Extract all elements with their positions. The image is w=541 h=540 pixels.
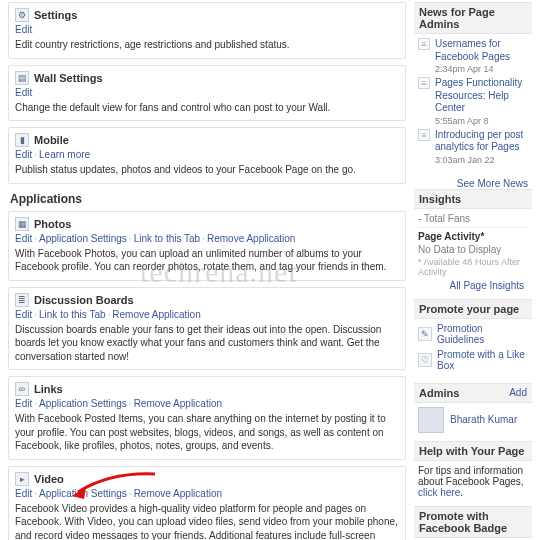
wall-settings-description: Change the default view for fans and con… (15, 101, 399, 115)
promo-likebox-icon: ♡ (418, 353, 432, 367)
discussion-boards-edit-link[interactable]: Edit (15, 309, 32, 320)
promote-heading: Promote your page (414, 299, 532, 319)
separator: · (34, 309, 37, 320)
news-heading: News for Page Admins (414, 2, 532, 34)
separator: · (34, 149, 37, 160)
links-app-settings-link[interactable]: Application Settings (39, 398, 127, 409)
help-text-prefix: For tips and information about Facebook … (418, 465, 524, 487)
add-admin-link[interactable]: Add (509, 387, 527, 398)
separator: · (129, 488, 132, 499)
app-title-links: Links (34, 383, 63, 395)
mobile-icon: ▮ (15, 133, 29, 147)
promo-likebox-link[interactable]: Promote with a Like Box (437, 349, 528, 371)
news-item: ≡Pages Functionality Resources: Help Cen… (418, 77, 528, 126)
discussion-boards-description: Discussion boards enable your fans to ge… (15, 323, 399, 364)
note-icon: ≡ (418, 38, 430, 50)
links-edit-link[interactable]: Edit (15, 398, 32, 409)
photos-app-settings-link[interactable]: Application Settings (39, 233, 127, 244)
photos-icon: ▦ (15, 217, 29, 231)
mobile-learn-more-link[interactable]: Learn more (39, 149, 90, 160)
mobile-edit-link[interactable]: Edit (15, 149, 32, 160)
separator: · (129, 233, 132, 244)
app-title-photos: Photos (34, 218, 71, 230)
settings-title-wall-settings: Wall Settings (34, 72, 103, 84)
separator: · (108, 309, 111, 320)
mobile-description: Publish status updates, photos and video… (15, 163, 399, 177)
news-link-1[interactable]: Pages Functionality Resources: Help Cent… (435, 77, 522, 113)
total-fans-value: - (418, 213, 421, 224)
video-edit-link[interactable]: Edit (15, 488, 32, 499)
separator: · (34, 488, 37, 499)
separator: · (34, 233, 37, 244)
admins-heading-text: Admins (419, 387, 459, 399)
news-time: 5:55am Apr 8 (435, 116, 528, 126)
links-description: With Facebook Posted Items, you can shar… (15, 412, 399, 453)
help-text-suffix: . (460, 487, 463, 498)
photos-description: With Facebook Photos, you can upload an … (15, 247, 399, 274)
total-fans-label: Total Fans (424, 213, 470, 224)
app-box-photos: ▦PhotosEdit·Application Settings·Link to… (8, 211, 406, 281)
avatar (418, 407, 444, 433)
note-icon: ≡ (418, 129, 430, 141)
app-box-links: ∞LinksEdit·Application Settings·Remove A… (8, 376, 406, 460)
links-icon: ∞ (15, 382, 29, 396)
settings-title-mobile: Mobile (34, 134, 69, 146)
photos-link-tab-link[interactable]: Link to this Tab (134, 233, 201, 244)
photos-edit-link[interactable]: Edit (15, 233, 32, 244)
discussion-boards-remove-link[interactable]: Remove Application (112, 309, 200, 320)
news-link-0[interactable]: Usernames for Facebook Pages (435, 38, 510, 62)
news-item: ≡Usernames for Facebook Pages2:34pm Apr … (418, 38, 528, 74)
settings-box-settings: ⚙SettingsEditEdit country restrictions, … (8, 2, 406, 59)
app-title-discussion-boards: Discussion Boards (34, 294, 134, 306)
separator: · (34, 398, 37, 409)
discussion-icon: ≣ (15, 293, 29, 307)
main-column: ⚙SettingsEditEdit country restrictions, … (0, 0, 412, 540)
video-remove-link[interactable]: Remove Application (134, 488, 222, 499)
help-heading: Help with Your Page (414, 441, 532, 461)
separator: · (202, 233, 205, 244)
news-time: 2:34pm Apr 14 (435, 64, 528, 74)
settings-edit-link[interactable]: Edit (15, 24, 32, 35)
wall-settings-edit-link[interactable]: Edit (15, 87, 32, 98)
settings-box-mobile: ▮MobileEdit·Learn morePublish status upd… (8, 127, 406, 184)
all-page-insights-link[interactable]: All Page Insights (450, 280, 525, 291)
news-item: ≡Introducing per post analytics for Page… (418, 129, 528, 165)
insights-footnote: * Available 48 Hours After Activity (418, 257, 528, 277)
applications-heading: Applications (10, 192, 406, 206)
video-description: Facebook Video provides a high-quality v… (15, 502, 399, 541)
news-list: ≡Usernames for Facebook Pages2:34pm Apr … (414, 38, 532, 176)
settings-box-wall-settings: ▤Wall SettingsEditChange the default vie… (8, 65, 406, 122)
admins-heading: Admins Add (414, 383, 532, 403)
badge-heading: Promote with Facebook Badge (414, 506, 532, 538)
wall-icon: ▤ (15, 71, 29, 85)
insights-heading: Insights (414, 189, 532, 209)
promo-guidelines-link[interactable]: Promotion Guidelines (437, 323, 528, 345)
news-time: 3:03am Jan 22 (435, 155, 528, 165)
gear-icon: ⚙ (15, 8, 29, 22)
video-app-settings-link[interactable]: Application Settings (39, 488, 127, 499)
app-box-video: ▸VideoEdit·Application Settings·Remove A… (8, 466, 406, 541)
app-box-discussion-boards: ≣Discussion BoardsEdit·Link to this Tab·… (8, 287, 406, 371)
help-click-here-link[interactable]: click here (418, 487, 460, 498)
settings-description: Edit country restrictions, age restricti… (15, 38, 399, 52)
note-icon: ≡ (418, 77, 430, 89)
app-title-video: Video (34, 473, 64, 485)
settings-title-settings: Settings (34, 9, 77, 21)
sidebar: News for Page Admins ≡Usernames for Face… (412, 0, 536, 540)
admin-name-link[interactable]: Bharath Kumar (450, 414, 517, 425)
discussion-boards-link-tab-link[interactable]: Link to this Tab (39, 309, 106, 320)
links-remove-link[interactable]: Remove Application (134, 398, 222, 409)
news-link-2[interactable]: Introducing per post analytics for Pages (435, 129, 523, 153)
photos-remove-link[interactable]: Remove Application (207, 233, 295, 244)
page-activity-heading: Page Activity* (418, 231, 528, 242)
video-icon: ▸ (15, 472, 29, 486)
separator: · (129, 398, 132, 409)
promo-guidelines-icon: ✎ (418, 327, 432, 341)
no-data-text: No Data to Display (418, 244, 528, 255)
see-more-news-link[interactable]: See More News (457, 178, 528, 189)
